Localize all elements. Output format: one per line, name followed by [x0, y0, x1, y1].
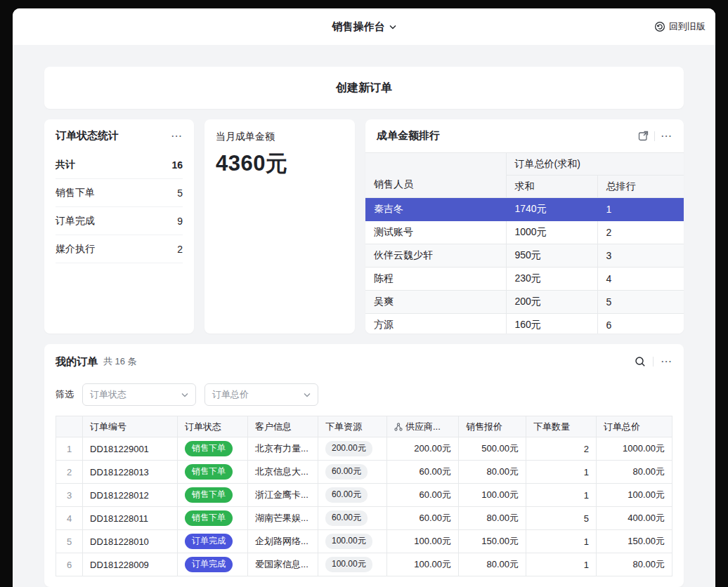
quote-cell: 150.00元 — [459, 530, 526, 553]
create-order-button[interactable]: 创建新订单 — [44, 67, 684, 109]
orders-table: 订单编号 订单状态 客户信息 下单资源 — [56, 416, 672, 576]
supplier-cell: 60.00元 — [387, 484, 459, 507]
filter-order-status-value: 订单状态 — [90, 388, 126, 401]
status-row[interactable]: 媒介执行 2 — [56, 235, 183, 263]
status-badge: 销售下单 — [185, 487, 233, 503]
status-row-total[interactable]: 共计 16 — [56, 151, 183, 179]
my-orders-card: 我的订单 共 16 条 ⋯ 筛选 订单状态 订单 — [44, 344, 684, 587]
col-quote[interactable]: 销售报价 — [459, 416, 526, 437]
more-icon[interactable]: ⋯ — [661, 131, 672, 142]
my-orders-actions: ⋯ — [635, 356, 672, 367]
monthly-amount-value: 4360元 — [216, 149, 344, 178]
my-orders-header: 我的订单 共 16 条 ⋯ — [44, 344, 684, 379]
status-badge: 销售下单 — [185, 510, 233, 526]
col-resource[interactable]: 下单资源 — [318, 416, 387, 437]
total-cell: 80.00元 — [597, 461, 672, 484]
col-qty[interactable]: 下单数量 — [526, 416, 597, 437]
order-row[interactable]: 6 DD181228009 订单完成 爱国家信息... 100.00元 100.… — [56, 553, 672, 576]
my-orders-title: 我的订单 — [56, 355, 98, 369]
resource-tag: 60.00元 — [325, 510, 368, 526]
ranking-table: 销售人员 订单总价(求和) 求和 总排行 秦吉冬 1740元 1 — [365, 152, 684, 334]
order-id: DD181229001 — [83, 437, 178, 461]
qty-cell: 1 — [526, 461, 597, 484]
quote-cell: 500.00元 — [459, 437, 526, 461]
rank-pos: 1 — [597, 198, 684, 221]
my-orders-count: 共 16 条 — [103, 355, 137, 368]
order-status-card-header: 订单状态统计 ⋯ — [44, 119, 194, 148]
order-id: DD181228013 — [83, 461, 178, 484]
back-to-old-version-label: 回到旧版 — [669, 20, 706, 33]
order-row[interactable]: 3 DD181228012 销售下单 浙江金鹰卡... 60.00元 60.00… — [56, 484, 672, 507]
col-order-status[interactable]: 订单状态 — [178, 416, 248, 437]
status-label: 媒介执行 — [56, 243, 95, 256]
dashboard-content: 创建新订单 订单状态统计 ⋯ 共计 16 销售下单 5 — [13, 45, 715, 587]
supplier-cell: 200.00元 — [387, 437, 459, 461]
order-row[interactable]: 2 DD181228013 销售下单 北京信息大... 60.00元 60.00… — [56, 461, 672, 484]
quote-cell: 80.00元 — [459, 461, 526, 484]
resource-tag: 200.00元 — [325, 441, 372, 456]
ranking-row[interactable]: 吴爽 200元 5 — [365, 291, 684, 314]
row-index: 4 — [56, 507, 83, 530]
status-badge: 销售下单 — [185, 464, 233, 480]
quote-cell: 80.00元 — [459, 553, 526, 576]
top-bar: 销售操作台 回到旧版 — [13, 8, 715, 45]
total-cell: 150.00元 — [597, 530, 672, 553]
rank-sum: 200元 — [506, 291, 597, 314]
supplier-cell: 100.00元 — [387, 530, 459, 553]
page-title: 销售操作台 — [332, 20, 385, 34]
row-index: 3 — [56, 484, 83, 507]
customer-cell: 浙江金鹰卡... — [248, 484, 318, 507]
chevron-down-icon — [304, 393, 311, 397]
status-row[interactable]: 销售下单 5 — [56, 179, 183, 207]
order-row[interactable]: 5 DD181228010 订单完成 企划路网络... 100.00元 100.… — [56, 530, 672, 553]
col-index — [56, 416, 83, 437]
order-id: DD181228012 — [83, 484, 178, 507]
ranking-header-actions: ⋯ — [638, 131, 672, 142]
filter-order-total-dropdown[interactable]: 订单总价 — [204, 383, 318, 406]
status-badge: 订单完成 — [185, 534, 233, 549]
qty-cell: 1 — [526, 553, 597, 576]
col-order-id[interactable]: 订单编号 — [83, 416, 178, 437]
supplier-cell: 60.00元 — [387, 461, 459, 484]
ranking-row[interactable]: 方源 160元 6 — [365, 314, 684, 334]
supplier-cell: 60.00元 — [387, 507, 459, 530]
qty-cell: 2 — [526, 437, 597, 461]
order-row[interactable]: 4 DD181228011 销售下单 湖南芒果娱... 60.00元 60.00… — [56, 507, 672, 530]
ranking-row[interactable]: 测试账号 1000元 2 — [365, 221, 684, 244]
search-icon[interactable] — [635, 356, 646, 367]
more-icon[interactable]: ⋯ — [661, 356, 672, 367]
chevron-down-icon — [181, 393, 188, 397]
col-customer[interactable]: 客户信息 — [248, 416, 318, 437]
order-row[interactable]: 1 DD181229001 销售下单 北京有力量... 200.00元 200.… — [56, 437, 672, 461]
row-index: 6 — [56, 553, 83, 576]
customer-cell: 北京信息大... — [248, 461, 318, 484]
total-cell: 80.00元 — [597, 553, 672, 576]
stats-row: 订单状态统计 ⋯ 共计 16 销售下单 5 订单完成 9 — [44, 119, 684, 334]
back-to-old-version-button[interactable]: 回到旧版 — [654, 8, 706, 45]
qty-cell: 5 — [526, 507, 597, 530]
rank-sum: 230元 — [506, 268, 597, 291]
col-total[interactable]: 订单总价 — [597, 416, 672, 437]
more-icon[interactable]: ⋯ — [171, 131, 183, 142]
relation-icon — [394, 423, 403, 431]
ranking-row[interactable]: 秦吉冬 1740元 1 — [365, 198, 684, 221]
ranking-row[interactable]: 陈程 230元 4 — [365, 268, 684, 291]
qty-cell: 1 — [526, 530, 597, 553]
customer-cell: 湖南芒果娱... — [248, 507, 318, 530]
ranking-card-header: 成单金额排行 ⋯ — [365, 119, 684, 148]
col-supplier[interactable]: 供应商... — [387, 416, 459, 437]
order-id: DD181228009 — [83, 553, 178, 576]
col-supplier-label: 供应商... — [405, 421, 441, 433]
divider — [654, 131, 655, 141]
ranking-row[interactable]: 伙伴云魏少轩 950元 3 — [365, 244, 684, 268]
rank-pos: 3 — [597, 244, 684, 268]
filter-order-status-dropdown[interactable]: 订单状态 — [82, 383, 196, 406]
workspace-switcher[interactable]: 销售操作台 — [332, 20, 396, 34]
status-row[interactable]: 订单完成 9 — [56, 207, 183, 235]
rank-sum: 160元 — [506, 314, 597, 334]
status-value: 5 — [177, 187, 183, 199]
resource-tag: 100.00元 — [325, 557, 372, 572]
open-in-new-icon[interactable] — [638, 131, 649, 141]
order-status-list: 共计 16 销售下单 5 订单完成 9 媒介执行 2 — [44, 148, 194, 263]
status-value: 9 — [177, 216, 183, 227]
